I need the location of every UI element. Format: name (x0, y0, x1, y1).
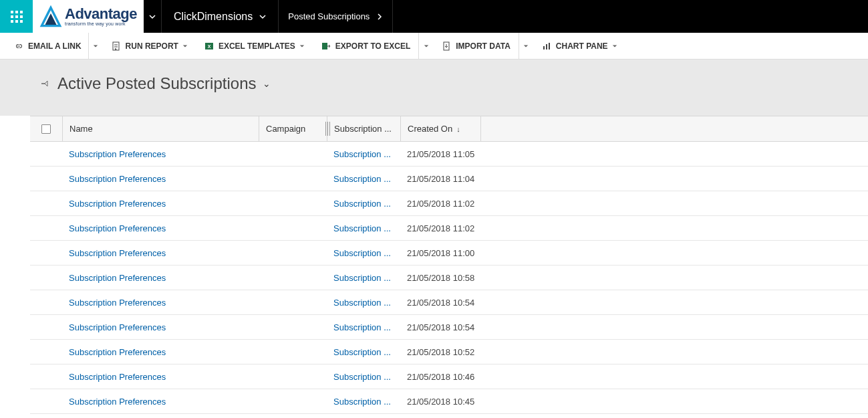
cell-subscription[interactable]: Subscription ... (327, 397, 400, 407)
link-icon (13, 41, 24, 51)
nav-entity[interactable]: Posted Subscriptions (279, 0, 393, 33)
logo-dropdown[interactable] (144, 0, 162, 33)
cell-name[interactable]: Subscription Preferences (62, 223, 259, 233)
cell-created-on: 21/05/2018 10:54 (400, 322, 500, 332)
top-nav-bar: Advantage transform the way you work Cli… (0, 0, 868, 33)
org-logo[interactable]: Advantage transform the way you work (33, 0, 144, 33)
export-excel-button[interactable]: EXPORT TO EXCEL (314, 33, 417, 60)
svg-rect-0 (11, 11, 13, 13)
cell-name[interactable]: Subscription Preferences (62, 174, 259, 184)
command-bar: EMAIL A LINK RUN REPORT X EXCEL TEMPLATE… (0, 33, 868, 60)
cell-name[interactable]: Subscription Preferences (62, 199, 259, 209)
column-header-campaign[interactable]: Campaign (259, 116, 327, 141)
cell-subscription[interactable]: Subscription ... (327, 372, 400, 382)
export-excel-split[interactable] (418, 33, 433, 60)
import-data-button[interactable]: IMPORT DATA (434, 33, 517, 60)
chevron-down-icon: ⌄ (263, 78, 271, 89)
cell-created-on: 21/05/2018 10:45 (400, 397, 500, 407)
caret-down-icon (523, 43, 529, 49)
email-link-button[interactable]: EMAIL A LINK (7, 33, 88, 60)
caret-down-icon (93, 43, 98, 49)
table-row[interactable]: Subscription PreferencesSubscription ...… (30, 290, 868, 315)
logo-tagline-text: transform the way you work (65, 21, 137, 26)
svg-rect-5 (20, 15, 23, 18)
table-row[interactable]: Subscription PreferencesSubscription ...… (30, 315, 868, 340)
view-selector[interactable]: Active Posted Subscriptions ⌄ (40, 74, 868, 93)
cell-subscription[interactable]: Subscription ... (327, 223, 400, 233)
table-row[interactable]: Subscription PreferencesSubscription ...… (30, 142, 868, 167)
grid-header-row: Name Campaign Subscription ... Created O… (30, 116, 868, 142)
chart-icon (541, 41, 552, 51)
chevron-right-icon (376, 13, 383, 20)
svg-rect-7 (15, 20, 18, 23)
svg-text:X: X (208, 44, 211, 49)
app-launcher-button[interactable] (0, 0, 33, 33)
svg-rect-1 (15, 11, 18, 13)
advantage-logo-icon (39, 5, 62, 28)
nav-area-label: ClickDimensions (174, 11, 253, 23)
export-icon (321, 41, 331, 51)
sort-descending-icon: ↓ (456, 125, 460, 133)
table-row[interactable]: Subscription PreferencesSubscription ...… (30, 364, 868, 389)
cmd-label: CHART PANE (556, 41, 608, 51)
caret-down-icon (299, 43, 305, 49)
cell-subscription[interactable]: Subscription ... (327, 322, 400, 332)
cell-name[interactable]: Subscription Preferences (62, 347, 259, 357)
cmd-label: EMAIL A LINK (28, 41, 82, 51)
run-report-button[interactable]: RUN REPORT (104, 33, 194, 60)
cell-name[interactable]: Subscription Preferences (62, 298, 259, 308)
cmd-label: IMPORT DATA (456, 41, 511, 51)
cell-subscription[interactable]: Subscription ... (327, 248, 400, 258)
table-row[interactable]: Subscription PreferencesSubscription ...… (30, 216, 868, 241)
cell-subscription[interactable]: Subscription ... (327, 298, 400, 308)
pin-icon (40, 78, 51, 89)
column-header-subscription[interactable]: Subscription ... (327, 116, 400, 141)
import-data-split[interactable] (519, 33, 533, 60)
cell-created-on: 21/05/2018 10:46 (400, 372, 500, 382)
cell-name[interactable]: Subscription Preferences (62, 322, 259, 332)
logo-brand-text: Advantage (65, 7, 137, 21)
column-label: Subscription ... (334, 124, 392, 134)
cell-created-on: 21/05/2018 11:02 (400, 199, 500, 209)
nav-area[interactable]: ClickDimensions (162, 0, 279, 33)
cell-name[interactable]: Subscription Preferences (62, 372, 259, 382)
cell-name[interactable]: Subscription Preferences (62, 273, 259, 283)
table-row[interactable]: Subscription PreferencesSubscription ...… (30, 266, 868, 290)
column-label: Name (69, 124, 93, 134)
cell-created-on: 21/05/2018 11:04 (400, 174, 500, 184)
grid-body: Subscription PreferencesSubscription ...… (30, 142, 868, 414)
table-row[interactable]: Subscription PreferencesSubscription ...… (30, 241, 868, 266)
column-label: Campaign (266, 124, 305, 134)
table-row[interactable]: Subscription PreferencesSubscription ...… (30, 191, 868, 216)
cell-subscription[interactable]: Subscription ... (327, 273, 400, 283)
column-header-created-on[interactable]: Created On ↓ (400, 116, 480, 141)
cell-subscription[interactable]: Subscription ... (327, 347, 400, 357)
waffle-icon (10, 10, 23, 23)
report-icon (111, 41, 122, 51)
svg-rect-6 (11, 20, 13, 23)
cell-created-on: 21/05/2018 10:58 (400, 273, 500, 283)
cell-created-on: 21/05/2018 10:54 (400, 298, 500, 308)
cell-created-on: 21/05/2018 11:05 (400, 149, 500, 159)
data-grid: Name Campaign Subscription ... Created O… (30, 116, 868, 414)
select-all-checkbox[interactable] (30, 124, 62, 134)
svg-rect-17 (543, 46, 545, 49)
email-link-split[interactable] (88, 33, 103, 60)
cell-name[interactable]: Subscription Preferences (62, 149, 259, 159)
table-row[interactable]: Subscription PreferencesSubscription ...… (30, 389, 868, 414)
table-row[interactable]: Subscription PreferencesSubscription ...… (30, 167, 868, 191)
cell-name[interactable]: Subscription Preferences (62, 248, 259, 258)
cell-name[interactable]: Subscription Preferences (62, 397, 259, 407)
caret-down-icon (612, 43, 617, 49)
caret-down-icon (424, 43, 429, 49)
svg-rect-3 (11, 15, 13, 18)
table-row[interactable]: Subscription PreferencesSubscription ...… (30, 340, 868, 364)
svg-rect-2 (20, 11, 23, 13)
cell-subscription[interactable]: Subscription ... (327, 174, 400, 184)
column-header-name[interactable]: Name (62, 116, 259, 141)
chart-pane-button[interactable]: CHART PANE (535, 33, 624, 60)
cell-subscription[interactable]: Subscription ... (327, 199, 400, 209)
cell-subscription[interactable]: Subscription ... (327, 149, 400, 159)
cmd-label: EXCEL TEMPLATES (219, 41, 295, 51)
excel-templates-button[interactable]: X EXCEL TEMPLATES (197, 33, 311, 60)
